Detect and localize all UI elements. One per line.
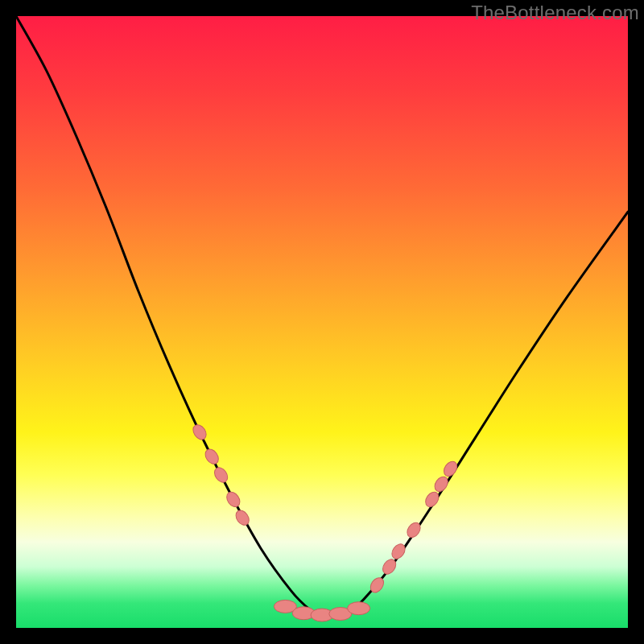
plot-area [16, 16, 628, 628]
bottleneck-plot [16, 16, 628, 628]
marker-group [191, 423, 460, 621]
curve-marker [224, 489, 242, 509]
curve-marker [233, 508, 252, 527]
curve-marker [390, 542, 408, 561]
curve-group [16, 16, 628, 617]
curve-marker [191, 423, 209, 442]
chart-frame: TheBottleneck.com [0, 0, 644, 644]
curve-marker [348, 602, 370, 615]
bottleneck-curve [16, 16, 628, 617]
curve-marker [212, 465, 230, 485]
curve-marker [203, 447, 221, 466]
curve-marker [423, 489, 441, 509]
watermark-text: TheBottleneck.com [471, 2, 639, 24]
curve-marker [432, 474, 451, 493]
curve-marker [441, 459, 460, 478]
